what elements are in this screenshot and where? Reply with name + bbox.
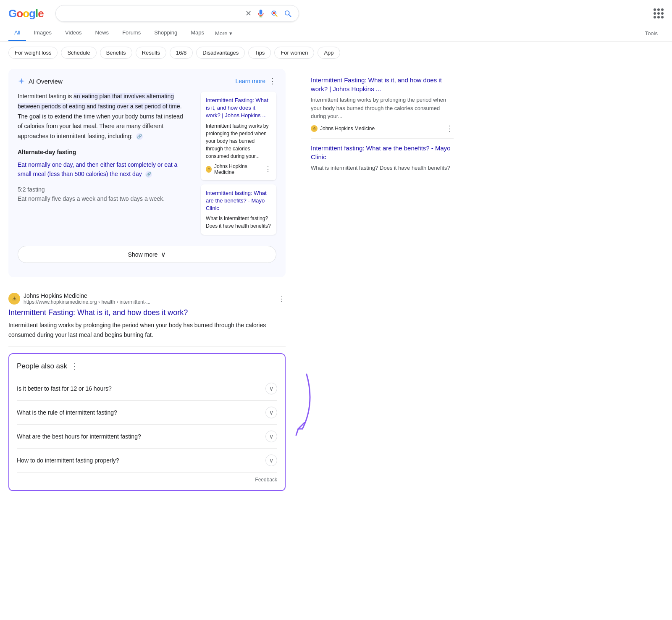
header: Google intermittent fasting ✕ xyxy=(0,0,672,25)
paa-item-2[interactable]: What are the best hours for intermittent… xyxy=(17,425,277,449)
search-input[interactable]: intermittent fasting xyxy=(63,10,241,17)
tab-news[interactable]: News xyxy=(89,25,115,41)
google-logo: Google xyxy=(8,7,44,20)
right-source-title-1[interactable]: Intermittent fasting: What are the benef… xyxy=(311,144,454,161)
search-bar: intermittent fasting ✕ xyxy=(55,5,299,22)
chip-for-women[interactable]: For women xyxy=(274,47,314,59)
search-result-0: ⚠ Johns Hopkins Medicine https://www.hop… xyxy=(8,286,286,347)
apps-button[interactable] xyxy=(654,8,664,18)
tab-all[interactable]: All xyxy=(8,25,26,41)
lens-search-button[interactable] xyxy=(270,9,278,18)
svg-line-6 xyxy=(289,15,291,17)
search-chips: For weight loss Schedule Benefits Result… xyxy=(0,42,672,64)
alternate-day-fasting-text: Eat normally one day, and then either fa… xyxy=(18,160,188,179)
main-content: AI Overview Learn more ⋮ Intermittent fa… xyxy=(0,64,672,491)
result-favicon-0: ⚠ xyxy=(8,293,20,305)
ai-overview-text: Intermittent fasting is an eating plan t… xyxy=(18,92,188,239)
result-more-options-0[interactable]: ⋮ xyxy=(278,294,286,303)
paa-more-options[interactable]: ⋮ xyxy=(71,362,78,371)
right-column: Intermittent Fasting: What is it, and ho… xyxy=(311,64,454,491)
more-menu-button[interactable]: More ▾ xyxy=(212,26,236,41)
result-url-0: https://www.hopkinsmedicine.org › health… xyxy=(24,299,150,305)
paa-expand-3[interactable]: ∨ xyxy=(265,454,277,466)
right-source-snippet-1: What is intermittent fasting? Does it ha… xyxy=(311,164,454,172)
feedback-link[interactable]: Feedback xyxy=(255,477,277,483)
ai-sources-panel: Intermittent Fasting: What is it, and ho… xyxy=(201,92,276,239)
chip-16-8[interactable]: 16/8 xyxy=(170,47,193,59)
tab-forums[interactable]: Forums xyxy=(116,25,147,41)
chip-tips[interactable]: Tips xyxy=(248,47,271,59)
ai-source-title-1[interactable]: Intermittent fasting: What are the benef… xyxy=(206,189,271,213)
paa-title: People also ask xyxy=(17,362,67,370)
chip-benefits[interactable]: Benefits xyxy=(100,47,132,59)
source-favicon-0: ⚠ xyxy=(206,166,212,173)
chip-results[interactable]: Results xyxy=(136,47,166,59)
five-two-fasting-heading: 5:2 fasting xyxy=(18,185,188,194)
chip-schedule[interactable]: Schedule xyxy=(61,47,96,59)
ai-source-card-1: Intermittent fasting: What are the benef… xyxy=(201,184,276,235)
voice-search-button[interactable] xyxy=(257,9,265,18)
svg-line-4 xyxy=(276,15,277,16)
paa-item-0[interactable]: Is it better to fast for 12 or 16 hours?… xyxy=(17,377,277,401)
right-favicon-0: ⚠ xyxy=(311,125,318,132)
right-source-0: Intermittent Fasting: What is it, and ho… xyxy=(311,71,454,139)
tab-videos[interactable]: Videos xyxy=(59,25,88,41)
tab-shopping[interactable]: Shopping xyxy=(148,25,183,41)
source-more-0[interactable]: ⋮ xyxy=(265,165,271,173)
citation-icon[interactable]: 🔗 xyxy=(136,133,143,140)
ai-source-card-0: Intermittent Fasting: What is it, and ho… xyxy=(201,92,276,180)
tools-button[interactable]: Tools xyxy=(639,26,664,41)
result-title-0[interactable]: Intermittent Fasting: What is it, and ho… xyxy=(8,307,286,318)
ai-source-title-0[interactable]: Intermittent Fasting: What is it, and ho… xyxy=(206,97,271,120)
result-source-name-0: Johns Hopkins Medicine xyxy=(24,292,150,299)
right-more-options-0[interactable]: ⋮ xyxy=(446,124,454,133)
chip-app[interactable]: App xyxy=(318,47,340,59)
source-name-0: Johns Hopkins Medicine xyxy=(214,163,262,175)
ai-overview-title: AI Overview xyxy=(29,78,63,85)
tab-maps[interactable]: Maps xyxy=(185,25,210,41)
tab-images[interactable]: Images xyxy=(28,25,58,41)
ai-source-snippet-1: What is intermittent fasting? Does it ha… xyxy=(206,215,271,230)
ai-more-options-button[interactable]: ⋮ xyxy=(269,76,276,86)
right-source-name-0: Johns Hopkins Medicine xyxy=(320,126,375,131)
result-snippet-0: Intermittent fasting works by prolonging… xyxy=(8,321,286,339)
citation-icon-2[interactable]: 🔗 xyxy=(145,171,152,178)
people-also-ask-box: People also ask ⋮ Is it better to fast f… xyxy=(8,353,286,491)
left-column: AI Overview Learn more ⋮ Intermittent fa… xyxy=(8,64,286,491)
svg-point-3 xyxy=(273,12,275,14)
chip-disadvantages[interactable]: Disadvantages xyxy=(196,47,245,59)
learn-more-link[interactable]: Learn more xyxy=(235,78,265,84)
search-button[interactable] xyxy=(284,9,292,18)
paa-item-1[interactable]: What is the rule of intermittent fasting… xyxy=(17,401,277,425)
annotation-arrow xyxy=(269,370,319,454)
right-source-snippet-0: Intermittent fasting works by prolonging… xyxy=(311,96,454,121)
clear-button[interactable]: ✕ xyxy=(245,9,252,18)
paa-item-3[interactable]: How to do intermittent fasting properly?… xyxy=(17,449,277,473)
ai-source-snippet-0: Intermittent fasting works by prolonging… xyxy=(206,122,271,160)
ai-sparkle-icon xyxy=(18,77,25,85)
five-two-fasting-text: Eat normally five days a week and fast t… xyxy=(18,194,188,203)
right-source-1: Intermittent fasting: What are the benef… xyxy=(311,139,454,177)
chevron-down-icon: ∨ xyxy=(161,250,166,258)
nav-tabs: All Images Videos News Forums Shopping M… xyxy=(0,25,672,42)
alternate-day-fasting-heading: Alternate-day fasting xyxy=(18,147,188,158)
show-more-button[interactable]: Show more ∨ xyxy=(18,246,276,263)
chip-for-weight-loss[interactable]: For weight loss xyxy=(8,47,58,59)
ai-overview-box: AI Overview Learn more ⋮ Intermittent fa… xyxy=(8,69,286,277)
right-source-title-0[interactable]: Intermittent Fasting: What is it, and ho… xyxy=(311,76,454,93)
